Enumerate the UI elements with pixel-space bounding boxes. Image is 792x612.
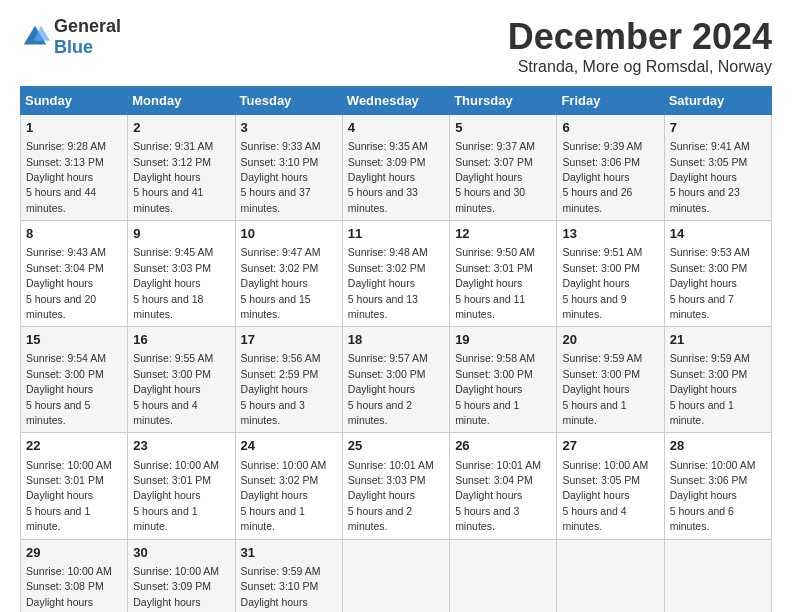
calendar-cell: 21 Sunrise: 9:59 AMSunset: 3:00 PMDaylig… [664, 327, 771, 433]
calendar-cell: 26 Sunrise: 10:01 AMSunset: 3:04 PMDayli… [450, 433, 557, 539]
calendar-cell: 23 Sunrise: 10:00 AMSunset: 3:01 PMDayli… [128, 433, 235, 539]
calendar-cell: 19 Sunrise: 9:58 AMSunset: 3:00 PMDaylig… [450, 327, 557, 433]
calendar-cell [342, 539, 449, 612]
col-monday: Monday [128, 87, 235, 115]
day-info: Sunrise: 9:47 AMSunset: 3:02 PMDaylight … [241, 246, 321, 320]
day-info: Sunrise: 9:54 AMSunset: 3:00 PMDaylight … [26, 352, 106, 426]
calendar-cell: 25 Sunrise: 10:01 AMSunset: 3:03 PMDayli… [342, 433, 449, 539]
week-row-1: 1 Sunrise: 9:28 AMSunset: 3:13 PMDayligh… [21, 115, 772, 221]
col-friday: Friday [557, 87, 664, 115]
day-number: 27 [562, 437, 658, 455]
day-number: 18 [348, 331, 444, 349]
calendar-cell: 18 Sunrise: 9:57 AMSunset: 3:00 PMDaylig… [342, 327, 449, 433]
day-number: 13 [562, 225, 658, 243]
calendar-cell: 12 Sunrise: 9:50 AMSunset: 3:01 PMDaylig… [450, 221, 557, 327]
calendar-cell: 3 Sunrise: 9:33 AMSunset: 3:10 PMDayligh… [235, 115, 342, 221]
calendar-cell: 2 Sunrise: 9:31 AMSunset: 3:12 PMDayligh… [128, 115, 235, 221]
day-info: Sunrise: 10:01 AMSunset: 3:03 PMDaylight… [348, 459, 434, 533]
day-number: 11 [348, 225, 444, 243]
day-number: 9 [133, 225, 229, 243]
calendar-cell: 10 Sunrise: 9:47 AMSunset: 3:02 PMDaylig… [235, 221, 342, 327]
day-number: 1 [26, 119, 122, 137]
main-title: December 2024 [508, 16, 772, 58]
day-number: 12 [455, 225, 551, 243]
calendar-cell: 14 Sunrise: 9:53 AMSunset: 3:00 PMDaylig… [664, 221, 771, 327]
logo: General Blue [20, 16, 121, 58]
day-number: 16 [133, 331, 229, 349]
day-info: Sunrise: 9:35 AMSunset: 3:09 PMDaylight … [348, 140, 428, 214]
day-number: 24 [241, 437, 337, 455]
calendar-cell: 27 Sunrise: 10:00 AMSunset: 3:05 PMDayli… [557, 433, 664, 539]
week-row-5: 29 Sunrise: 10:00 AMSunset: 3:08 PMDayli… [21, 539, 772, 612]
day-number: 30 [133, 544, 229, 562]
calendar-cell: 17 Sunrise: 9:56 AMSunset: 2:59 PMDaylig… [235, 327, 342, 433]
day-number: 3 [241, 119, 337, 137]
calendar-cell [557, 539, 664, 612]
calendar-cell: 22 Sunrise: 10:00 AMSunset: 3:01 PMDayli… [21, 433, 128, 539]
day-info: Sunrise: 9:31 AMSunset: 3:12 PMDaylight … [133, 140, 213, 214]
day-info: Sunrise: 9:51 AMSunset: 3:00 PMDaylight … [562, 246, 642, 320]
calendar-cell: 1 Sunrise: 9:28 AMSunset: 3:13 PMDayligh… [21, 115, 128, 221]
calendar-table: Sunday Monday Tuesday Wednesday Thursday… [20, 86, 772, 612]
calendar-cell: 4 Sunrise: 9:35 AMSunset: 3:09 PMDayligh… [342, 115, 449, 221]
col-saturday: Saturday [664, 87, 771, 115]
subtitle: Stranda, More og Romsdal, Norway [508, 58, 772, 76]
calendar-cell: 11 Sunrise: 9:48 AMSunset: 3:02 PMDaylig… [342, 221, 449, 327]
day-number: 17 [241, 331, 337, 349]
header-row: Sunday Monday Tuesday Wednesday Thursday… [21, 87, 772, 115]
day-info: Sunrise: 9:33 AMSunset: 3:10 PMDaylight … [241, 140, 321, 214]
day-info: Sunrise: 9:37 AMSunset: 3:07 PMDaylight … [455, 140, 535, 214]
day-info: Sunrise: 10:00 AMSunset: 3:01 PMDaylight… [133, 459, 219, 533]
day-info: Sunrise: 10:00 AMSunset: 3:01 PMDaylight… [26, 459, 112, 533]
logo-text: General Blue [54, 16, 121, 58]
day-info: Sunrise: 9:57 AMSunset: 3:00 PMDaylight … [348, 352, 428, 426]
day-number: 28 [670, 437, 766, 455]
day-number: 6 [562, 119, 658, 137]
calendar-cell: 13 Sunrise: 9:51 AMSunset: 3:00 PMDaylig… [557, 221, 664, 327]
day-info: Sunrise: 10:00 AMSunset: 3:09 PMDaylight… [133, 565, 219, 612]
day-info: Sunrise: 9:41 AMSunset: 3:05 PMDaylight … [670, 140, 750, 214]
day-info: Sunrise: 9:55 AMSunset: 3:00 PMDaylight … [133, 352, 213, 426]
calendar-cell: 30 Sunrise: 10:00 AMSunset: 3:09 PMDayli… [128, 539, 235, 612]
day-number: 21 [670, 331, 766, 349]
day-number: 23 [133, 437, 229, 455]
calendar-cell: 9 Sunrise: 9:45 AMSunset: 3:03 PMDayligh… [128, 221, 235, 327]
calendar-header: Sunday Monday Tuesday Wednesday Thursday… [21, 87, 772, 115]
day-number: 14 [670, 225, 766, 243]
day-number: 22 [26, 437, 122, 455]
week-row-2: 8 Sunrise: 9:43 AMSunset: 3:04 PMDayligh… [21, 221, 772, 327]
day-info: Sunrise: 9:53 AMSunset: 3:00 PMDaylight … [670, 246, 750, 320]
day-info: Sunrise: 10:01 AMSunset: 3:04 PMDaylight… [455, 459, 541, 533]
calendar-cell: 8 Sunrise: 9:43 AMSunset: 3:04 PMDayligh… [21, 221, 128, 327]
day-number: 15 [26, 331, 122, 349]
calendar-cell: 16 Sunrise: 9:55 AMSunset: 3:00 PMDaylig… [128, 327, 235, 433]
day-number: 20 [562, 331, 658, 349]
calendar-cell: 7 Sunrise: 9:41 AMSunset: 3:05 PMDayligh… [664, 115, 771, 221]
day-info: Sunrise: 10:00 AMSunset: 3:06 PMDaylight… [670, 459, 756, 533]
calendar-cell: 29 Sunrise: 10:00 AMSunset: 3:08 PMDayli… [21, 539, 128, 612]
calendar-cell: 28 Sunrise: 10:00 AMSunset: 3:06 PMDayli… [664, 433, 771, 539]
day-info: Sunrise: 9:48 AMSunset: 3:02 PMDaylight … [348, 246, 428, 320]
day-info: Sunrise: 9:59 AMSunset: 3:00 PMDaylight … [670, 352, 750, 426]
calendar-cell: 31 Sunrise: 9:59 AMSunset: 3:10 PMDaylig… [235, 539, 342, 612]
calendar-cell [450, 539, 557, 612]
col-tuesday: Tuesday [235, 87, 342, 115]
day-number: 19 [455, 331, 551, 349]
day-number: 10 [241, 225, 337, 243]
day-number: 31 [241, 544, 337, 562]
day-number: 8 [26, 225, 122, 243]
calendar-cell: 5 Sunrise: 9:37 AMSunset: 3:07 PMDayligh… [450, 115, 557, 221]
col-wednesday: Wednesday [342, 87, 449, 115]
day-number: 7 [670, 119, 766, 137]
calendar-body: 1 Sunrise: 9:28 AMSunset: 3:13 PMDayligh… [21, 115, 772, 613]
day-info: Sunrise: 9:45 AMSunset: 3:03 PMDaylight … [133, 246, 213, 320]
col-sunday: Sunday [21, 87, 128, 115]
day-number: 5 [455, 119, 551, 137]
title-area: December 2024 Stranda, More og Romsdal, … [508, 16, 772, 76]
day-number: 29 [26, 544, 122, 562]
week-row-3: 15 Sunrise: 9:54 AMSunset: 3:00 PMDaylig… [21, 327, 772, 433]
day-info: Sunrise: 9:59 AMSunset: 3:00 PMDaylight … [562, 352, 642, 426]
day-info: Sunrise: 10:00 AMSunset: 3:02 PMDaylight… [241, 459, 327, 533]
day-number: 26 [455, 437, 551, 455]
day-info: Sunrise: 9:50 AMSunset: 3:01 PMDaylight … [455, 246, 535, 320]
